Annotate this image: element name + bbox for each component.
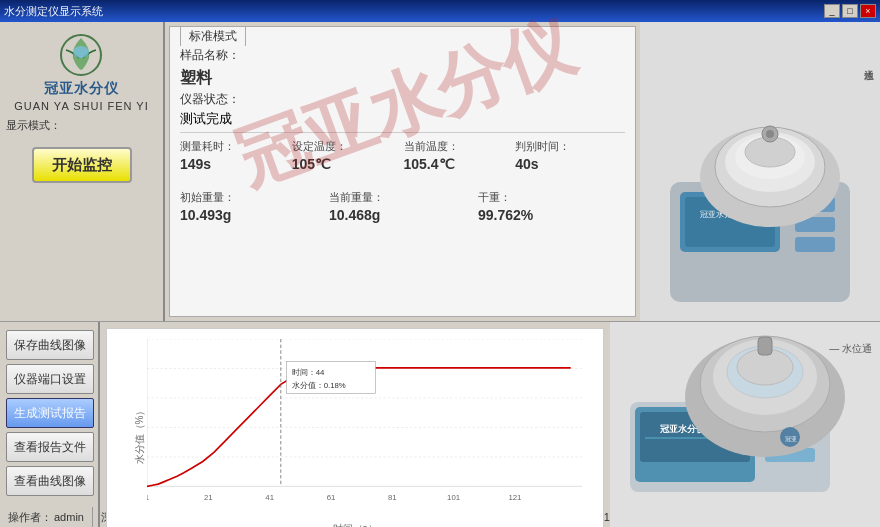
logo-main-text: 冠亚水分仪 [44,80,119,98]
save-curve-button[interactable]: 保存曲线图像 [6,330,94,360]
svg-text:121: 121 [508,493,521,502]
device-status-row: 仪器状态： [180,91,625,108]
measure-time-value: 149s [180,156,290,172]
svg-rect-54 [758,337,772,355]
close-button[interactable]: × [860,4,876,18]
sample-name-row: 样品名称： [180,47,625,64]
water-label-2: — 水位通 [829,342,872,356]
svg-text:冠亚: 冠亚 [785,436,797,442]
judge-time-value: 40s [515,156,625,172]
generate-report-button[interactable]: 生成测试报告 [6,398,94,428]
svg-text:81: 81 [388,493,397,502]
sample-name-label: 样品名称： [180,47,245,64]
current-weight-value: 10.468g [329,207,476,223]
device-status-label: 仪器状态： [180,91,245,108]
x-axis-label: 时间（s） [333,522,378,527]
title-bar: 水分测定仪显示系统 _ □ × [0,0,880,22]
init-weight-item: 初始重量： 10.493g [180,190,327,223]
y-axis-label: 水分值（%） [133,405,147,464]
current-weight-label: 当前重量： [329,190,476,205]
logo-area: 冠亚水分仪 GUAN YA SHUI FEN YI [14,30,149,112]
info-panel: 标准模式 冠亚水分仪 样品名称： 塑料 仪器状态： 测试完成 测量耗时： [169,26,636,317]
current-temp-label: 当前温度： [404,139,514,154]
device-status-value: 测试完成 [180,110,232,128]
svg-text:时间：44: 时间：44 [292,368,325,377]
logo-icon [51,30,111,80]
set-temp-value: 105℃ [292,156,402,172]
init-weight-label: 初始重量： [180,190,327,205]
measure-time-item: 测量耗时： 149s [180,139,290,172]
svg-text:水分值：0.18%: 水分值：0.18% [292,381,346,390]
port-settings-button[interactable]: 仪器端口设置 [6,364,94,394]
current-temp-value: 105.4℃ [404,156,514,172]
main-area: 冠亚水分仪 GUAN YA SHUI FEN YI 显示模式： 开始监控 标准模… [0,22,880,505]
top-section: 冠亚水分仪 GUAN YA SHUI FEN YI 显示模式： 开始监控 标准模… [0,22,880,322]
dry-weight-label: 干重： [478,190,625,205]
set-temp-item: 设定温度： 105℃ [292,139,402,172]
judge-time-label: 判别时间： [515,139,625,154]
chart-svg: 0 0.05 0.1 0.15 0.2 0.25 1 21 41 61 81 1… [147,339,593,520]
svg-rect-8 [795,237,835,252]
operator-label: 操作者： [8,510,52,525]
svg-text:61: 61 [327,493,336,502]
init-weight-value: 10.493g [180,207,327,223]
operator-name: admin [54,511,84,523]
mode-label: 标准模式 [180,26,246,46]
sample-name-value: 塑料 [180,68,212,89]
maximize-button[interactable]: □ [842,4,858,18]
app-title: 水分测定仪显示系统 [4,4,103,19]
bottom-section: 保存曲线图像 仪器端口设置 生成测试报告 查看报告文件 查看曲线图像 水分值（%… [0,322,880,527]
display-mode-label: 显示模式： [6,118,61,133]
start-monitor-button[interactable]: 开始监控 [32,147,132,183]
metrics-grid-1: 测量耗时： 149s 设定温度： 105℃ 当前温度： 105.4℃ 判别时间：… [180,139,625,172]
window-controls: _ □ × [824,4,876,18]
current-weight-item: 当前重量： 10.468g [329,190,476,223]
moisture-value: 99.762% [478,207,625,223]
set-temp-label: 设定温度： [292,139,402,154]
dry-weight-item: 干重： 99.762% [478,190,625,223]
sample-value-row: 塑料 [180,68,625,89]
device-image-area: 冠亚水分仪 水位通 [640,22,880,321]
judge-time-item: 判别时间： 40s [515,139,625,172]
device-image-bottom: 冠亚水分仪 冠亚 — 水位通 [610,322,880,527]
current-temp-item: 当前温度： 105.4℃ [404,139,514,172]
logo-sub-text: GUAN YA SHUI FEN YI [14,100,149,112]
device-status-value-row: 测试完成 [180,110,625,128]
measure-time-label: 测量耗时： [180,139,290,154]
svg-point-1 [73,46,89,58]
svg-text:21: 21 [204,493,213,502]
minimize-button[interactable]: _ [824,4,840,18]
view-report-button[interactable]: 查看报告文件 [6,432,94,462]
left-panel: 冠亚水分仪 GUAN YA SHUI FEN YI 显示模式： 开始监控 [0,22,165,321]
svg-text:1: 1 [147,493,149,502]
view-curve-button[interactable]: 查看曲线图像 [6,466,94,496]
chart-area: 水分值（%） 时间（s） 0 0.05 0.1 0.15 0.2 0.25 [106,328,604,527]
svg-point-15 [766,130,774,138]
operator-segment: 操作者： admin [0,507,93,527]
svg-text:101: 101 [447,493,460,502]
device-svg: 冠亚水分仪 [640,22,880,321]
svg-text:41: 41 [265,493,274,502]
metrics-grid-2: 初始重量： 10.493g 当前重量： 10.468g 干重： 99.762% [180,190,625,223]
sidebar-buttons: 保存曲线图像 仪器端口设置 生成测试报告 查看报告文件 查看曲线图像 [0,322,100,527]
